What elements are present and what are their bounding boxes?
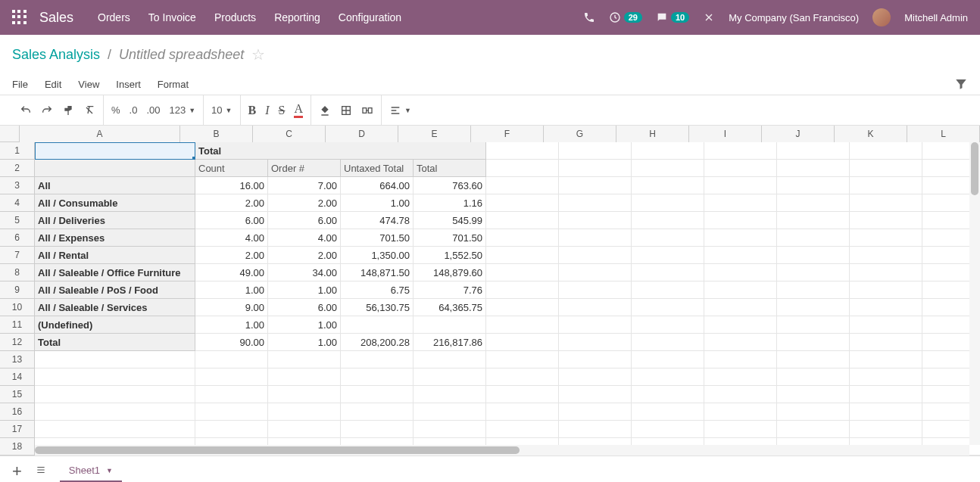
col-header-B[interactable]: B — [180, 126, 253, 142]
cell[interactable] — [486, 403, 559, 421]
cell[interactable] — [35, 142, 195, 160]
text-color-button[interactable]: A — [294, 103, 303, 118]
col-header-H[interactable]: H — [616, 126, 689, 142]
format-percent-button[interactable]: % — [111, 104, 120, 116]
cell[interactable]: Order # — [268, 160, 341, 177]
row-header-14[interactable]: 14 — [0, 368, 35, 386]
clear-format-button[interactable] — [83, 104, 95, 117]
fontsize-selector[interactable]: 10▼ — [211, 104, 232, 116]
cell[interactable]: Total — [414, 160, 486, 177]
cell[interactable] — [195, 421, 268, 438]
fill-color-button[interactable] — [319, 104, 331, 117]
cell[interactable]: All / Rental — [35, 247, 195, 264]
decrease-decimal-button[interactable]: .0 — [130, 104, 138, 116]
cell[interactable] — [632, 264, 704, 281]
cell[interactable] — [486, 264, 559, 281]
cell[interactable] — [414, 386, 486, 403]
cell[interactable] — [777, 194, 850, 212]
cell[interactable] — [268, 403, 341, 421]
cell[interactable]: 4.00 — [268, 229, 341, 247]
cell[interactable] — [414, 403, 486, 421]
cell[interactable] — [777, 177, 850, 194]
cell[interactable]: 1,350.00 — [341, 247, 414, 264]
cell[interactable] — [632, 142, 704, 160]
phone-icon[interactable] — [583, 11, 595, 23]
nav-to-invoice[interactable]: To Invoice — [148, 11, 196, 23]
discuss-badge[interactable]: 10 — [656, 11, 689, 23]
cell[interactable] — [486, 142, 559, 160]
apps-icon[interactable] — [12, 10, 27, 25]
spreadsheet-grid[interactable]: ABCDEFGHIJKL 123456789101112131415161718… — [0, 126, 980, 456]
cell[interactable]: 7.76 — [414, 281, 486, 299]
col-header-I[interactable]: I — [689, 126, 762, 142]
cell[interactable] — [486, 386, 559, 403]
cell[interactable] — [35, 368, 195, 386]
cell[interactable] — [559, 316, 632, 334]
cell[interactable]: 34.00 — [268, 264, 341, 281]
cell[interactable] — [35, 421, 195, 438]
cell[interactable] — [850, 351, 922, 368]
cell[interactable] — [414, 316, 486, 334]
nav-configuration[interactable]: Configuration — [339, 11, 401, 23]
user-name[interactable]: Mitchell Admin — [904, 12, 968, 23]
cell[interactable]: 16.00 — [195, 177, 268, 194]
cell[interactable]: Count — [195, 160, 268, 177]
add-sheet-button[interactable]: + — [12, 462, 22, 481]
nav-products[interactable]: Products — [214, 11, 256, 23]
row-header-4[interactable]: 4 — [0, 194, 35, 212]
paint-format-button[interactable] — [62, 104, 74, 117]
cell[interactable]: 216,817.86 — [414, 334, 486, 351]
cell[interactable] — [268, 351, 341, 368]
cell[interactable] — [850, 403, 922, 421]
cell[interactable]: 2.00 — [268, 247, 341, 264]
menu-view[interactable]: View — [78, 79, 99, 90]
cell[interactable] — [559, 403, 632, 421]
cell[interactable] — [777, 316, 850, 334]
cell[interactable] — [850, 142, 922, 160]
cell[interactable] — [850, 316, 922, 334]
cell[interactable]: 1.00 — [195, 281, 268, 299]
cell[interactable] — [486, 299, 559, 316]
cell[interactable] — [777, 229, 850, 247]
cell[interactable] — [559, 177, 632, 194]
more-formats-button[interactable]: 123▼ — [169, 104, 195, 116]
cell[interactable]: 9.00 — [195, 299, 268, 316]
cell[interactable]: All / Consumable — [35, 194, 195, 212]
increase-decimal-button[interactable]: .00 — [146, 104, 160, 116]
close-tray-icon[interactable] — [703, 11, 715, 23]
cell[interactable]: Total — [35, 334, 195, 351]
cell[interactable]: Total — [195, 142, 486, 160]
cell[interactable] — [850, 177, 922, 194]
cell[interactable] — [850, 212, 922, 229]
col-header-A[interactable]: A — [20, 126, 180, 142]
menu-edit[interactable]: Edit — [45, 79, 61, 90]
cell[interactable] — [559, 334, 632, 351]
col-header-C[interactable]: C — [253, 126, 326, 142]
cell[interactable] — [414, 368, 486, 386]
cell[interactable]: 2.00 — [268, 194, 341, 212]
cell[interactable] — [704, 247, 777, 264]
nav-reporting[interactable]: Reporting — [274, 11, 320, 23]
horizontal-scrollbar[interactable] — [35, 445, 969, 456]
cell[interactable] — [559, 299, 632, 316]
bold-button[interactable]: B — [248, 104, 257, 117]
cell[interactable] — [704, 316, 777, 334]
cell[interactable] — [486, 177, 559, 194]
menu-format[interactable]: Format — [158, 79, 189, 90]
cell[interactable] — [777, 247, 850, 264]
cell[interactable]: (Undefined) — [35, 316, 195, 334]
cell[interactable]: 1.00 — [268, 334, 341, 351]
cell[interactable] — [559, 247, 632, 264]
cell[interactable] — [195, 368, 268, 386]
cell[interactable] — [632, 177, 704, 194]
cell[interactable] — [704, 160, 777, 177]
cell[interactable]: 148,871.50 — [341, 264, 414, 281]
horizontal-scrollbar-thumb[interactable] — [35, 446, 520, 454]
undo-button[interactable] — [20, 104, 32, 117]
select-all-corner[interactable] — [0, 126, 20, 142]
cell[interactable] — [850, 264, 922, 281]
row-header-13[interactable]: 13 — [0, 351, 35, 368]
cell[interactable] — [341, 403, 414, 421]
cell[interactable] — [35, 386, 195, 403]
strikethrough-button[interactable]: S — [279, 104, 286, 117]
